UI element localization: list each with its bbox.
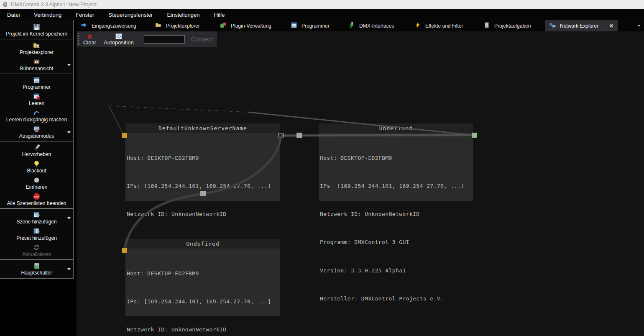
add-preset-icon [33,228,40,235]
dropdown-arrow-icon[interactable] [67,217,71,219]
sidebar-item-aktualisieren: Aktualisieren [0,242,73,259]
sidebar: Projekt im Kernel speichern Projektexplo… [0,20,74,279]
sidebar-item-buehnenansicht[interactable]: Bühnenansicht [0,56,73,73]
sidebar-item-preset-hinzufuegen[interactable]: Preset hinzufügen [0,226,73,242]
plugin-management-icon [220,22,227,30]
window-title: DMXControl 3.3 Alpha1: New Project [11,2,97,8]
node-ips-line: IPs: [169.254.244.101, 169.254.27.70, ..… [127,297,279,306]
sidebar-item-blackout[interactable]: Blackout [0,159,73,175]
tab-network-explorer[interactable]: Network Explorer ✕ [545,20,618,31]
sidebar-item-leeren[interactable]: Leeren [0,91,73,108]
tab-projektaufgaben[interactable]: Projektaufgaben [479,20,545,31]
sidebar-separator [0,39,73,39]
main-switch-icon [33,262,40,269]
sidebar-item-ausgabemodus[interactable]: Ausgabemodus [0,124,73,140]
node-version-line: Version: 3.3.0.225 Alpha1 [320,266,472,275]
sidebar-item-leeren-rueckgaengig-machen[interactable]: Leeren rückgängig machen [0,108,73,124]
menu-hilfe[interactable]: Hilfe [207,9,232,20]
network-explorer-icon [549,22,556,30]
node-vendor-line: Hersteller: DMXControl Projects e.V. [320,294,472,303]
tab-plugin-verwaltung[interactable]: Plugin-Verwaltung [216,20,286,31]
add-scene-icon [33,211,40,218]
network-node-card-gui[interactable]: Undefined Host: DESKTOP-ED2FBM9 IPs [169… [319,123,473,201]
stop-all-icon: STOP [33,193,40,200]
titlebar: DMXControl 3.3 Alpha1: New Project [0,0,644,9]
dropdown-arrow-icon[interactable] [67,64,71,66]
clear-programmer-icon [33,93,40,100]
tab-close-icon[interactable]: ✕ [609,23,613,29]
tab-overflow-icon[interactable] [637,20,644,31]
connection-line-short [109,106,124,136]
connection-line-dashed [109,106,248,112]
menu-steuerungsfenster[interactable]: Steuerungsfenster [101,9,160,20]
menu-verbindung[interactable]: Verbindung [27,9,69,20]
sidebar-item-szene-hinzufuegen[interactable]: Szene hinzufügen [0,210,73,226]
node-network-id-line: Netzwerk ID: UnknownNetworkID [320,210,472,219]
tabstrip: Eingangszuweisung Projektexplorer Plugin… [77,20,644,31]
sidebar-separator [0,259,73,260]
input-assignment-icon [81,22,87,30]
programmer-icon [33,77,40,84]
effects-filter-icon [414,22,421,30]
menubar: Datei Verbindung Fenster Steuerungsfenst… [0,9,644,20]
node-host-line: Host: DESKTOP-ED2FBM9 [320,154,472,163]
project-explorer-icon [155,22,162,30]
node-ips-line: IPs: [169.254.244.101, 169.254.27.70, ..… [127,182,279,191]
dropdown-arrow-icon[interactable] [67,131,71,133]
sidebar-separator [0,74,73,74]
sidebar-item-projekt-im-kernel-speichern[interactable]: Projekt im Kernel speichern [0,22,73,38]
node-network-id-line: Netzwerk ID: UnknownNetworkID [127,210,279,219]
dmxcontrol-window: DMXControl 3.3 Alpha1: New Project Datei… [0,0,644,336]
sidebar-item-alle-szenenlisten-beenden[interactable]: STOP Alle Szenenlisten beenden [0,191,73,208]
freeze-icon [33,177,40,184]
stage-view-icon [33,58,40,65]
sidebar-separator [0,208,73,209]
dropdown-arrow-icon[interactable] [67,268,71,270]
node-title[interactable]: Undefined [125,239,280,249]
node-host-line: Host: DESKTOP-ED2FBM9 [127,269,279,278]
undo-clear-icon [33,109,40,116]
sidebar-item-hervorheben[interactable]: Hervorheben [0,142,73,159]
svg-text:STOP: STOP [34,195,39,197]
menu-einstellungen[interactable]: Einstellungen [160,9,207,20]
network-toolbar: Clear Autoposition Connect [77,31,217,47]
tab-eingangszuweisung[interactable]: Eingangszuweisung [77,20,151,31]
network-explorer-canvas[interactable]: Clear Autoposition Connect DefaultUnknow… [77,31,644,336]
output-mode-icon [33,126,40,133]
clear-button[interactable]: Clear [79,31,100,47]
dmx-interfaces-icon [348,22,355,30]
network-node-card-kernel[interactable]: Undefined Host: DESKTOP-ED2FBM9 IPs: [16… [125,239,280,316]
sidebar-item-projektexplorer[interactable]: Projektexplorer [0,40,73,56]
menu-fenster[interactable]: Fenster [69,9,101,20]
sidebar-item-hauptschalter[interactable]: Hauptschalter [0,261,73,277]
autoposition-button[interactable]: Autoposition [100,31,138,47]
sidebar-item-programmer[interactable]: Programmer [0,75,73,91]
tab-projektexplorer[interactable]: Projektexplorer [151,20,216,31]
dmxcontrol-logo-icon [2,2,8,8]
tab-dmx-interfaces[interactable]: DMX-Interfaces [344,20,410,31]
connection-handle[interactable] [296,133,302,138]
node-ips-line: IPs [169.254 244.101, 169.254 27.70, ...… [320,182,472,191]
connect-address-input[interactable] [144,35,185,44]
project-tasks-icon [483,22,490,30]
highlight-icon [33,144,40,151]
project-explorer-icon [33,42,40,49]
programmer-icon [291,22,297,30]
blackout-icon [33,160,40,167]
autoposition-icon [115,33,122,39]
network-node-card-server[interactable]: DefaultUnknownServerName Host: DESKTOP-E… [125,123,280,201]
sidebar-item-einfrieren[interactable]: Einfrieren [0,175,73,191]
node-title[interactable]: Undefined [319,123,473,133]
clear-x-icon [87,33,93,39]
tab-programmer[interactable]: Programmer [286,20,344,31]
node-title[interactable]: DefaultUnknownServerName [125,123,280,133]
menu-datei[interactable]: Datei [0,9,27,20]
refresh-icon [33,244,40,251]
save-project-icon [33,23,40,31]
node-program-line: Programm: DMXControl 3 GUI [320,238,472,247]
sidebar-separator [0,141,73,141]
connect-button[interactable]: Connect [187,36,217,43]
node-network-id-line: Netzwerk ID: UnknownNetworkID [127,325,279,334]
node-host-line: Host: DESKTOP-ED2FBM9 [127,154,279,163]
tab-effekte-und-filter[interactable]: Effekte und Filter [410,20,479,31]
